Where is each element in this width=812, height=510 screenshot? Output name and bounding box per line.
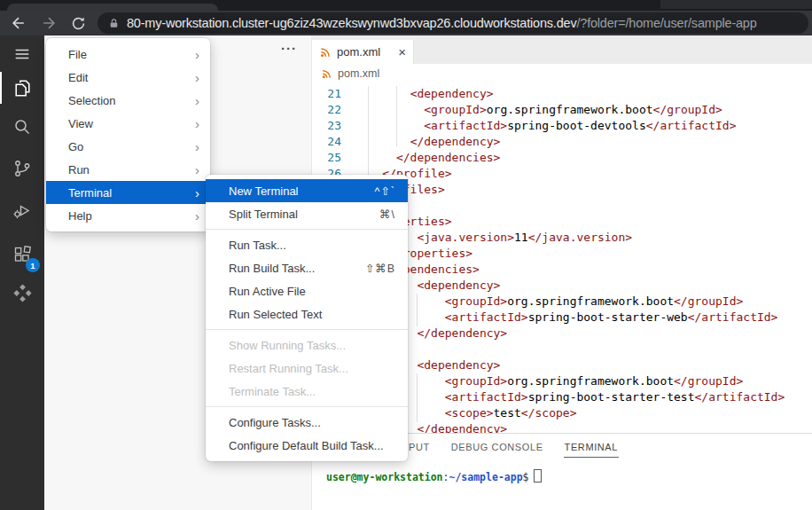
submenu-item-configure-default-build-task[interactable]: Configure Default Build Task... [206, 434, 408, 457]
code-line-23: 23 <artifactId>spring-boot-devtools</art… [312, 118, 812, 134]
sidebar-more-actions[interactable]: ··· [281, 41, 297, 56]
menu-item-terminal[interactable]: Terminal› [46, 181, 210, 204]
menu-item-label: Edit [68, 71, 88, 84]
submenu-item-label: Run Build Task... [229, 262, 315, 275]
explorer-files-icon [12, 77, 34, 99]
chevron-right-icon: › [195, 186, 199, 200]
menu-item-edit[interactable]: Edit› [46, 66, 210, 89]
indent-guide [368, 86, 369, 178]
terminal-submenu: New Terminal^⇧`Split Terminal⌘\Run Task.… [206, 175, 408, 461]
search-icon [12, 116, 33, 137]
reload-button[interactable] [66, 12, 90, 34]
indent-guide [417, 373, 418, 422]
app-menu: File›Edit›Selection›View›Go›Run›Terminal… [46, 38, 210, 231]
terminal[interactable]: user@my-workstation:~/sample-app$ [326, 469, 542, 483]
back-button[interactable] [7, 12, 30, 34]
submenu-item-show-running-tasks: Show Running Tasks... [206, 333, 408, 357]
submenu-item-configure-tasks[interactable]: Configure Tasks... [206, 411, 408, 434]
keybinding-label: ^⇧` [374, 184, 395, 198]
url-host: 80-my-workstation.cluster-ug6ziz43wzeksw… [127, 16, 576, 30]
code-text: </dependency> [355, 134, 500, 150]
code-text: <groupId>org.springframework.boot</group… [355, 373, 743, 389]
activity-source-control[interactable] [0, 147, 44, 190]
submenu-item-run-task[interactable]: Run Task... [206, 233, 408, 256]
breadcrumb[interactable]: pom.xml [312, 64, 812, 83]
breadcrumb-file: pom.xml [338, 67, 379, 80]
submenu-item-label: Run Task... [229, 239, 286, 252]
menu-item-run[interactable]: Run› [46, 158, 210, 181]
panel-tab-terminal[interactable]: TERMINAL [564, 438, 619, 458]
code-text: <artifactId>spring-boot-starter-test</ar… [355, 389, 785, 405]
submenu-item-label: Restart Running Task... [229, 362, 348, 375]
chevron-right-icon: › [195, 71, 199, 84]
code-text: <groupId>org.springframework.boot</group… [355, 102, 722, 118]
terminal-cursor [534, 469, 542, 483]
code-text: <artifactId>spring-boot-starter-web</art… [355, 310, 777, 326]
chevron-right-icon: › [195, 94, 199, 107]
activity-extensions[interactable]: 1 [0, 233, 44, 276]
panel-tab-debug-console[interactable]: DEBUG CONSOLE [450, 438, 544, 458]
submenu-item-label: Split Terminal [229, 208, 298, 221]
tab-label: pom.xml [337, 45, 380, 59]
submenu-item-label: Terminate Task... [229, 385, 316, 398]
chevron-right-icon: › [195, 209, 199, 223]
submenu-item-new-terminal[interactable]: New Terminal^⇧` [206, 179, 408, 202]
submenu-item-split-terminal[interactable]: Split Terminal⌘\ [206, 202, 408, 225]
back-arrow-icon [10, 14, 27, 32]
chevron-right-icon: › [195, 163, 199, 177]
chevron-right-icon: › [195, 48, 199, 61]
editor-tab-pom-xml[interactable]: pom.xml × [312, 40, 414, 64]
menu-item-label: Run [68, 163, 90, 177]
submenu-item-run-selected-text[interactable]: Run Selected Text [206, 302, 408, 326]
line-number: 25 [312, 150, 341, 166]
menu-item-selection[interactable]: Selection› [46, 89, 210, 112]
browser-tab-strip [0, 0, 812, 11]
menu-item-go[interactable]: Go› [46, 135, 210, 158]
submenu-item-label: New Terminal [229, 184, 299, 198]
menu-item-help[interactable]: Help› [46, 204, 210, 227]
panel-tab-bar: OUTPUTDEBUG CONSOLETERMINAL [386, 438, 619, 458]
hamburger-menu-icon [12, 44, 32, 64]
keybinding-label: ⇧⌘B [365, 262, 395, 275]
submenu-item-run-active-file[interactable]: Run Active File [206, 279, 408, 302]
menu-item-label: Go [68, 140, 83, 153]
url-bar[interactable]: 80-my-workstation.cluster-ug6ziz43wzeksw… [98, 12, 808, 34]
code-text: <groupId>org.springframework.boot</group… [355, 294, 743, 310]
submenu-item-terminate-task: Terminate Task... [206, 380, 408, 403]
submenu-item-label: Show Running Tasks... [229, 339, 346, 352]
activity-cloud-code[interactable] [0, 271, 44, 314]
chevron-right-icon: › [195, 117, 199, 130]
submenu-separator [206, 229, 408, 230]
menu-item-label: View [68, 117, 93, 130]
line-number: 22 [312, 102, 341, 118]
line-number: 21 [312, 86, 341, 102]
submenu-separator [206, 329, 408, 330]
browser-secondary-tab[interactable] [660, 0, 812, 9]
extensions-badge: 1 [26, 258, 40, 272]
indent-guide [396, 86, 397, 146]
forward-button[interactable] [37, 12, 60, 34]
submenu-item-run-build-task[interactable]: Run Build Task...⇧⌘B [206, 256, 408, 279]
run-debug-icon [12, 200, 33, 221]
terminal-prompt-symbol: $ [523, 471, 529, 483]
chevron-right-icon: › [195, 140, 199, 153]
submenu-separator [206, 406, 408, 407]
menu-item-file[interactable]: File› [46, 43, 210, 66]
submenu-item-label: Configure Tasks... [229, 416, 321, 429]
terminal-prompt-path: ~/sample-app [449, 471, 523, 483]
code-line-24: 24 </dependency> [312, 134, 812, 150]
menu-item-label: File [68, 48, 87, 61]
menu-item-label: Help [68, 209, 92, 223]
tab-close-icon[interactable]: × [398, 45, 406, 59]
activity-run-debug[interactable] [0, 189, 44, 231]
activity-explorer[interactable] [0, 67, 44, 109]
menu-item-view[interactable]: View› [46, 112, 210, 135]
activity-search[interactable] [0, 106, 44, 148]
browser-toolbar: 80-my-workstation.cluster-ug6ziz43wzeksw… [0, 11, 812, 35]
url-path: /?folder=/home/user/sample-app [576, 16, 756, 30]
menu-item-label: Selection [68, 94, 115, 107]
xml-file-icon [319, 46, 332, 59]
activity-bar: 1 [0, 35, 44, 510]
line-number: 23 [312, 118, 341, 134]
browser-active-tab[interactable] [7, 4, 218, 11]
